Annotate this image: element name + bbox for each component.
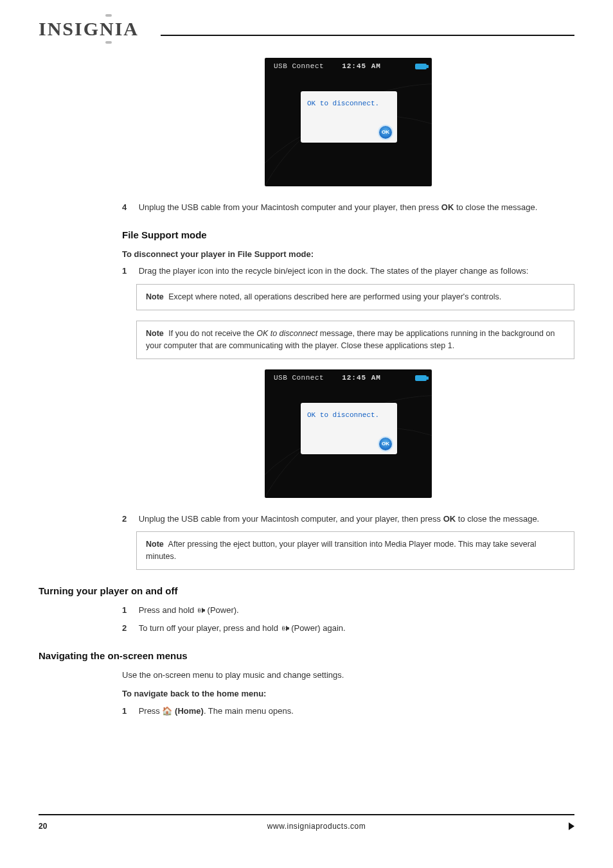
fs-step-2: 2 Unplug the USB cable from your Macinto… — [122, 513, 574, 526]
turning-step-1: 1 Press and hold 🕪 (Power). — [122, 605, 574, 617]
screen1-title: USB Connect — [274, 62, 324, 72]
note-2-italic: OK to disconnect — [256, 329, 317, 338]
step-4-text-b: to close the message. — [454, 202, 537, 212]
screen2-dialog: OK to disconnect. OK — [301, 403, 397, 454]
note-1-label: Note — [146, 292, 164, 301]
note-1-text: Except where noted, all operations descr… — [168, 292, 501, 301]
note-3-label: Note — [146, 540, 164, 549]
fs-step-2-number: 2 — [122, 513, 136, 526]
heading-home-nav: To navigate back to the home menu: — [122, 688, 574, 700]
screen1-ok-button: OK — [379, 126, 392, 139]
turning-step-2: 2 To turn off your player, press and hol… — [122, 623, 574, 635]
fs-step-2-ok: OK — [443, 514, 456, 524]
file-support-intro: To disconnect your player in File Suppor… — [122, 249, 574, 261]
nav-intro: Use the on-screen menu to play music and… — [122, 669, 574, 682]
turning-step-2-text: To turn off your player, press and hold … — [139, 623, 574, 635]
screen1-dialog-message: OK to disconnect. — [301, 91, 397, 109]
header-rule — [161, 35, 574, 36]
note-box-3: Note After pressing the eject button, yo… — [136, 531, 574, 570]
page-footer: 20 www.insigniaproducts.com — [39, 814, 574, 831]
step-4: 4 Unplug the USB cable from your Macinto… — [122, 202, 574, 214]
turning-step-2-number: 2 — [122, 623, 136, 635]
page-number: 20 — [39, 822, 64, 831]
screen2-ok-button: OK — [379, 438, 392, 450]
note-box-2: Note If you do not receive the OK to dis… — [136, 321, 574, 359]
fs-step-1-number: 1 — [122, 265, 136, 278]
footer-url: www.insigniaproducts.com — [64, 822, 569, 831]
home-step-1-text-b: . The main menu opens. — [204, 706, 294, 716]
brand-logo: INSIGNIA — [39, 18, 145, 40]
home-step-1-number: 1 — [122, 705, 136, 718]
screen2-dialog-message: OK to disconnect. — [301, 403, 397, 421]
screen1-dialog: OK to disconnect. OK — [301, 91, 397, 143]
heading-navigating-menus: Navigating the on-screen menus — [39, 649, 574, 663]
home-step-1: 1 Press 🏠 (Home). The main menu opens. — [122, 705, 574, 718]
turning-step-1-number: 1 — [122, 605, 136, 617]
brand-logo-text: INSIGNIA — [39, 18, 139, 39]
device-screenshot-usb-connect-1: USB Connect 12:45 AM OK to disconnect. O… — [265, 58, 432, 186]
home-step-1-text-a: Press 🏠 — [139, 706, 175, 716]
footer-triangle-icon — [569, 822, 574, 830]
heading-turning-on-off: Turning your player on and off — [39, 584, 574, 598]
home-step-1-bold: (Home) — [175, 706, 204, 716]
fs-step-1: 1 Drag the player icon into the recycle … — [122, 265, 574, 278]
step-4-number: 4 — [122, 202, 136, 214]
screen2-title: USB Connect — [274, 373, 324, 384]
fs-step-2-text-a: Unplug the USB cable from your Macintosh… — [139, 514, 443, 524]
heading-file-support-mode: File Support mode — [122, 228, 574, 242]
device-screenshot-usb-connect-2: USB Connect 12:45 AM OK to disconnect. O… — [265, 369, 432, 498]
battery-icon — [415, 64, 427, 69]
fs-step-2-text-b: to close the message. — [456, 514, 539, 524]
fs-step-1-text: Drag the player icon into the recycle bi… — [139, 265, 574, 278]
note-3-text: After pressing the eject button, your pl… — [146, 540, 537, 561]
step-4-text-a: Unplug the USB cable from your Macintosh… — [139, 202, 441, 212]
note-2-label: Note — [146, 329, 164, 338]
note-2-text-a: If you do not receive the — [168, 329, 256, 338]
note-box-1: Note Except where noted, all operations … — [136, 284, 574, 310]
battery-icon — [415, 375, 427, 381]
turning-step-1-text: Press and hold 🕪 (Power). — [139, 605, 574, 617]
screen1-time: 12:45 AM — [342, 62, 381, 72]
screen2-time: 12:45 AM — [342, 373, 381, 384]
step-4-ok: OK — [441, 202, 454, 212]
